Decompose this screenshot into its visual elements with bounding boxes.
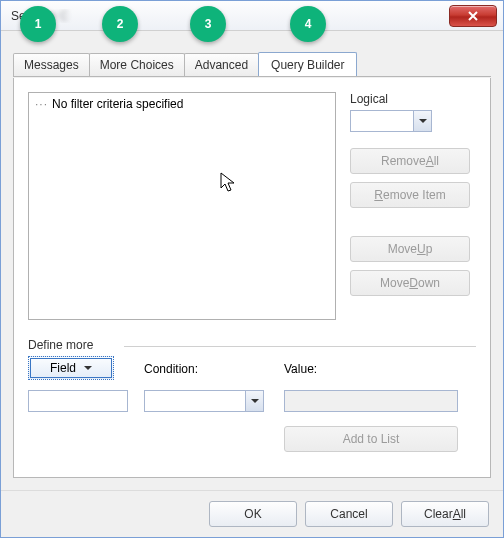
cancel-button[interactable]: Cancel [305,501,393,527]
move-up-button[interactable]: Move Up [350,236,470,262]
move-down-button[interactable]: Move Down [350,270,470,296]
criteria-tree[interactable]: ···No filter criteria specified [28,92,336,320]
close-icon [467,11,479,21]
field-text-input[interactable] [28,390,128,412]
tab-underline [13,76,491,77]
dialog-window: Seolder C Messages More Choices Advanced… [0,0,504,538]
tab-messages[interactable]: Messages [13,53,90,77]
remove-all-button[interactable]: Remove All [350,148,470,174]
tab-more-choices[interactable]: More Choices [89,53,185,77]
callout-1: 1 [20,6,56,42]
condition-combo[interactable] [144,390,264,412]
remove-item-button[interactable]: Remove Item [350,182,470,208]
tab-label: Messages [24,58,79,72]
field-dropdown[interactable]: Field [28,356,114,380]
tab-query-builder[interactable]: Query Builder [258,52,357,76]
tab-row: Messages More Choices Advanced Query Bui… [13,53,491,77]
logical-combo[interactable] [350,110,432,132]
define-more-label: Define more [28,338,93,352]
field-dropdown-label: Field [50,361,76,375]
criteria-empty-text: No filter criteria specified [52,97,183,111]
tab-content: ···No filter criteria specified Logical … [13,78,491,478]
tree-root-icon: ··· [35,97,48,111]
ok-button[interactable]: OK [209,501,297,527]
cursor-icon [220,172,238,194]
separator [124,346,476,347]
clear-all-button[interactable]: Clear All [401,501,489,527]
tab-label: More Choices [100,58,174,72]
callout-4: 4 [290,6,326,42]
condition-label: Condition: [144,362,198,376]
logical-label: Logical [350,92,470,106]
tab-label: Advanced [195,58,248,72]
titlebar[interactable]: Seolder C [1,1,503,31]
chevron-down-icon [413,111,431,131]
value-input[interactable] [284,390,458,412]
close-button[interactable] [449,5,497,27]
tab-label: Query Builder [271,58,344,72]
chevron-down-icon [84,366,92,374]
callout-3: 3 [190,6,226,42]
tab-advanced[interactable]: Advanced [184,53,259,77]
chevron-down-icon [245,391,263,411]
add-to-list-button[interactable]: Add to List [284,426,458,452]
dialog-footer: OK Cancel Clear All [1,490,503,537]
value-label: Value: [284,362,317,376]
callout-2: 2 [102,6,138,42]
window-title: Seolder C [11,9,449,23]
